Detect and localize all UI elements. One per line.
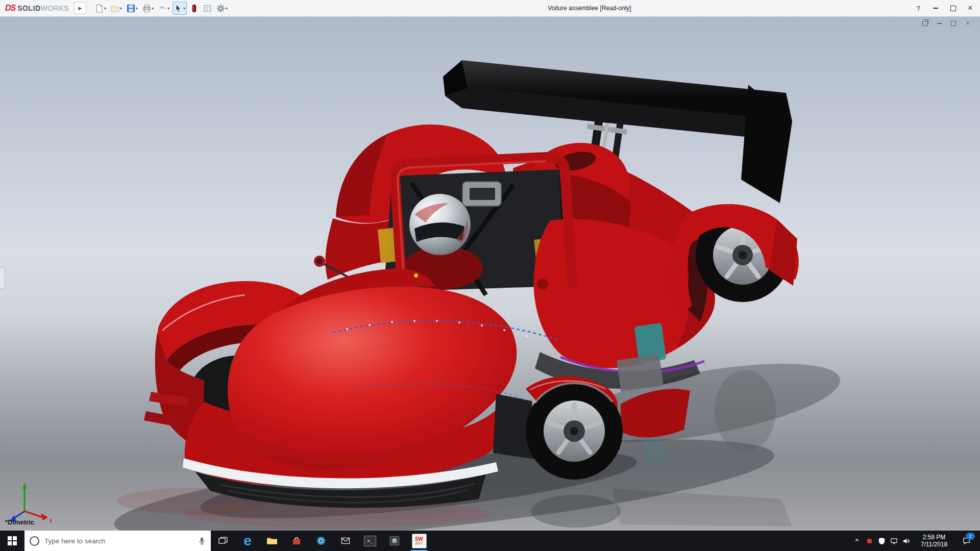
- tray-chevron-button[interactable]: ^: [851, 531, 863, 551]
- tray-network-button[interactable]: [888, 531, 900, 551]
- doc-close-button[interactable]: ×: [964, 19, 972, 28]
- cursor-icon: [174, 4, 183, 13]
- rebuild-icon: [190, 4, 199, 13]
- save-button[interactable]: ▾: [125, 2, 139, 15]
- solidworks-app-icon: SW 2017: [412, 534, 427, 548]
- terminal-icon: >_: [364, 536, 376, 546]
- restore-icon: [950, 6, 956, 11]
- restore-button[interactable]: [944, 0, 962, 16]
- mail-icon: [340, 536, 351, 546]
- panel-collapse-handle[interactable]: [0, 267, 5, 289]
- store-icon: [291, 536, 302, 546]
- dropdown-arrow-icon[interactable]: ▾: [104, 6, 106, 11]
- quick-access-toolbar: ▾ ▾ ▾ ▾ ▾ ▾ ▾: [93, 2, 229, 15]
- print-button[interactable]: ▾: [141, 2, 155, 15]
- titlebar: DSSOLIDWORKS ▶ ▾ ▾ ▾ ▾ ▾ ▾: [0, 0, 980, 17]
- taskbar-file-explorer-button[interactable]: [260, 531, 284, 551]
- window-controls: ? ×: [910, 0, 979, 16]
- tray-app-button[interactable]: [863, 531, 875, 551]
- dropdown-arrow-icon[interactable]: ▾: [167, 6, 169, 11]
- undo-button[interactable]: ▾: [157, 2, 171, 15]
- taskbar: e >_ SW 2017 ^ 2:58 PM: [0, 531, 980, 551]
- document-window-controls: ×: [921, 19, 972, 28]
- dropdown-arrow-icon[interactable]: ▾: [226, 6, 228, 11]
- task-view-icon: [218, 536, 228, 546]
- action-center-button[interactable]: 2: [956, 531, 976, 551]
- save-floppy-icon: [127, 4, 135, 13]
- doc-cascade-button[interactable]: [921, 19, 929, 28]
- clock-time: 2:58 PM: [914, 534, 954, 541]
- tray-security-button[interactable]: [875, 531, 888, 551]
- shield-icon: [878, 537, 886, 545]
- gear-icon: [216, 4, 225, 13]
- window-title: Voiture assemblee [Read-only]: [276, 0, 903, 16]
- tray-volume-button[interactable]: [900, 531, 912, 551]
- windows-logo-icon: [8, 536, 17, 545]
- model-viewport-canvas[interactable]: x: [0, 0, 980, 551]
- taskbar-terminal-button[interactable]: >_: [358, 531, 382, 551]
- system-tray: ^ 2:58 PM 7/11/2018 2: [851, 531, 980, 551]
- tray-app-icon: [867, 539, 872, 543]
- open-folder-icon: [111, 4, 119, 13]
- cortana-icon: [30, 536, 39, 546]
- taskbar-solidworks-button[interactable]: SW 2017: [407, 531, 431, 551]
- minimize-button[interactable]: [927, 0, 944, 16]
- taskbar-edge-button[interactable]: e: [235, 531, 260, 551]
- view-orientation-label: *Dimetric: [5, 518, 34, 526]
- network-icon: [890, 537, 898, 545]
- ds-emblem-icon: DS: [5, 4, 15, 13]
- dropdown-arrow-icon[interactable]: ▾: [152, 6, 154, 11]
- microphone-icon[interactable]: [198, 537, 206, 545]
- solidworks-logo: DSSOLIDWORKS: [0, 4, 69, 13]
- options-button[interactable]: ▾: [215, 2, 229, 15]
- dropdown-arrow-icon[interactable]: ▾: [183, 6, 185, 11]
- select-tool-button[interactable]: ▾: [173, 2, 187, 15]
- speaker-icon: [902, 537, 910, 545]
- brand-solid: SOLID: [17, 4, 40, 12]
- undo-arrow-icon: [158, 4, 167, 13]
- restore-icon: [951, 21, 956, 26]
- taskbar-store-button[interactable]: [284, 531, 309, 551]
- edge-icon: e: [243, 534, 252, 548]
- front-right-wheel[interactable]: [526, 383, 623, 480]
- taskbar-browser-button[interactable]: [309, 531, 333, 551]
- triad-x-label: x: [49, 516, 53, 524]
- taskbar-mail-button[interactable]: [333, 531, 358, 551]
- viewer-app-icon: [389, 535, 400, 546]
- new-document-button[interactable]: ▾: [93, 2, 108, 15]
- minimize-icon: [937, 23, 942, 24]
- clock-date: 7/11/2018: [914, 541, 954, 548]
- taskbar-viewer-button[interactable]: [382, 531, 407, 551]
- task-view-button[interactable]: [211, 531, 235, 551]
- hood-marker-dot: [414, 273, 418, 278]
- cascade-icon: [922, 21, 928, 26]
- close-button[interactable]: ×: [962, 0, 979, 16]
- orientation-triad: x: [9, 483, 53, 524]
- printer-icon: [142, 4, 151, 13]
- brand-works: WORKS: [41, 4, 69, 12]
- dropdown-arrow-icon[interactable]: ▾: [120, 6, 122, 11]
- doc-restore-button[interactable]: [949, 19, 958, 28]
- start-button[interactable]: [0, 531, 24, 551]
- rebuild-button[interactable]: [188, 2, 200, 15]
- search-input[interactable]: [43, 537, 194, 545]
- new-document-icon: [95, 4, 104, 13]
- browser-icon: [316, 536, 326, 546]
- chevron-up-icon: ^: [855, 538, 859, 544]
- doc-minimize-button[interactable]: [935, 19, 943, 28]
- sheet-grid-icon: [203, 4, 212, 13]
- open-button[interactable]: ▾: [109, 2, 124, 15]
- dropdown-arrow-icon[interactable]: ▾: [136, 6, 138, 11]
- expand-arrow-icon: ▶: [78, 6, 82, 11]
- notification-badge: 2: [966, 533, 975, 540]
- taskbar-search[interactable]: [24, 531, 211, 551]
- minimize-icon: [933, 8, 938, 9]
- sheet-properties-button[interactable]: [202, 2, 213, 15]
- taskbar-clock[interactable]: 2:58 PM 7/11/2018: [914, 534, 954, 548]
- help-button[interactable]: ?: [910, 0, 927, 16]
- file-explorer-icon: [266, 535, 278, 546]
- menu-expand-button[interactable]: ▶: [74, 2, 86, 14]
